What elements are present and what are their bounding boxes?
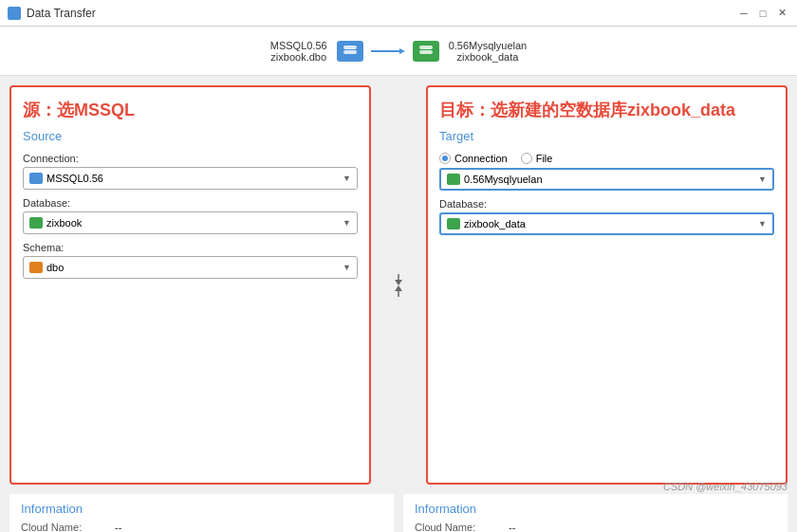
source-database-dropdown-arrow: ▼ [343, 218, 351, 228]
source-database-field: Database: zixbook ▼ [23, 197, 358, 234]
target-db-small-icon [447, 218, 460, 229]
target-panel-title-chinese: 目标：选新建的空数据库zixbook_data [439, 99, 774, 121]
svg-rect-4 [419, 46, 433, 49]
source-top-connection: MSSQL0.56 zixbook.dbo [270, 40, 327, 63]
source-schema-select-inner: dbo [29, 262, 64, 273]
source-info-title: Information [21, 502, 382, 516]
target-database-dropdown-arrow: ▼ [758, 219, 767, 229]
target-panel: 目标：选新建的空数据库zixbook_data Target Connectio… [426, 85, 788, 485]
svg-rect-0 [343, 46, 357, 49]
connection-radio-text: Connection [454, 153, 508, 164]
source-connection-label: Connection: [23, 153, 358, 164]
source-connection-select[interactable]: MSSQL0.56 ▼ [23, 167, 358, 190]
file-radio-btn[interactable] [521, 153, 532, 164]
target-info-panel: Information Cloud Name: -- Project Name:… [403, 494, 788, 532]
source-connection-value: MSSQL0.56 [46, 173, 103, 184]
source-database-select-inner: zixbook [29, 217, 82, 229]
svg-marker-3 [399, 48, 405, 54]
svg-rect-5 [419, 50, 433, 54]
svg-marker-9 [395, 285, 402, 291]
source-connection-select-inner: MSSQL0.56 [29, 173, 103, 184]
target-database-label: Database: [439, 198, 774, 210]
source-top-connection-name: MSSQL0.56 [270, 40, 327, 51]
source-top-database-name: zixbook.dbo [270, 51, 326, 63]
main-content: 源：选MSSQL Source Connection: MSSQL0.56 ▼ … [0, 76, 797, 494]
connection-radio-btn[interactable] [439, 153, 451, 164]
source-panel: 源：选MSSQL Source Connection: MSSQL0.56 ▼ … [9, 85, 371, 485]
target-connection-type-field: Connection File 0.56Mysqlyuelan ▼ [439, 153, 774, 191]
watermark: CSDN @weixin_43075093 [663, 481, 788, 492]
bidirectional-arrow-icon [388, 272, 409, 299]
svg-marker-7 [395, 280, 402, 285]
source-db-icon [337, 41, 363, 62]
title-bar: Data Transfer ─ □ ✕ [0, 0, 797, 27]
mssql-icon [29, 173, 43, 184]
svg-rect-1 [343, 50, 357, 54]
target-database-select[interactable]: zixbook_data ▼ [439, 212, 774, 235]
title-controls: ─ □ ✕ [736, 6, 789, 21]
target-cloud-val: -- [509, 522, 776, 532]
source-schema-select[interactable]: dbo ▼ [23, 256, 358, 279]
source-database-select[interactable]: zixbook ▼ [23, 211, 358, 234]
source-info-panel: Information Cloud Name: -- Project Name:… [9, 494, 394, 532]
source-database-label: Database: [23, 197, 358, 209]
source-db-small-icon [29, 217, 43, 229]
source-schema-field: Schema: dbo ▼ [23, 242, 358, 279]
source-database-value: zixbook [46, 217, 82, 229]
watermark-text: CSDN @weixin_43075093 [663, 481, 788, 492]
connection-radio-label[interactable]: Connection [439, 153, 508, 164]
target-connection-value: 0.56Mysqlyuelan [464, 174, 543, 185]
connection-type-row: Connection File [439, 153, 774, 164]
file-radio-text: File [536, 153, 553, 164]
source-cloud-label: Cloud Name: [21, 522, 107, 532]
target-mysql-icon [447, 174, 460, 185]
target-top-connection-name: 0.56Mysqlyuelan [449, 40, 528, 51]
source-panel-subtitle: Source [23, 129, 358, 143]
target-connection-select-inner: 0.56Mysqlyuelan [447, 174, 543, 185]
source-connection-field: Connection: MSSQL0.56 ▼ [23, 153, 358, 190]
target-panel-subtitle: Target [439, 129, 774, 143]
minimize-button[interactable]: ─ [736, 6, 751, 21]
file-radio-label[interactable]: File [521, 153, 553, 164]
target-db-icon [413, 41, 439, 62]
title-bar-left: Data Transfer [8, 7, 96, 20]
maximize-button[interactable]: □ [755, 6, 770, 21]
app-icon [8, 7, 21, 20]
source-info-grid: Cloud Name: -- Project Name: My Connecti… [21, 522, 382, 532]
target-info-grid: Cloud Name: -- Project Name: My Connecti… [415, 522, 776, 532]
window-title: Data Transfer [27, 7, 96, 20]
source-schema-icon [29, 262, 43, 273]
target-top-database-name: zixbook_data [457, 51, 519, 63]
top-bar: MSSQL0.56 zixbook.dbo 0.56Mysqlyuelan zi… [0, 27, 797, 76]
top-arrow-area [327, 41, 449, 62]
source-panel-title-chinese: 源：选MSSQL [23, 99, 358, 121]
source-schema-label: Schema: [23, 242, 358, 253]
target-top-connection: 0.56Mysqlyuelan zixbook_data [449, 40, 528, 63]
target-cloud-label: Cloud Name: [415, 522, 501, 532]
source-schema-value: dbo [46, 262, 64, 273]
source-schema-dropdown-arrow: ▼ [343, 263, 351, 272]
transfer-arrow-icon [369, 45, 407, 58]
target-connection-dropdown-arrow: ▼ [758, 174, 767, 184]
close-button[interactable]: ✕ [774, 6, 789, 21]
source-connection-dropdown-arrow: ▼ [343, 174, 351, 183]
target-connection-select[interactable]: 0.56Mysqlyuelan ▼ [439, 168, 774, 191]
target-database-select-inner: zixbook_data [447, 218, 526, 229]
target-database-field: Database: zixbook_data ▼ [439, 198, 774, 235]
panel-arrow-between [380, 85, 417, 485]
bottom-section: Information Cloud Name: -- Project Name:… [0, 494, 797, 532]
target-database-value: zixbook_data [464, 218, 526, 229]
source-cloud-val: -- [115, 522, 382, 532]
target-info-title: Information [415, 502, 776, 516]
